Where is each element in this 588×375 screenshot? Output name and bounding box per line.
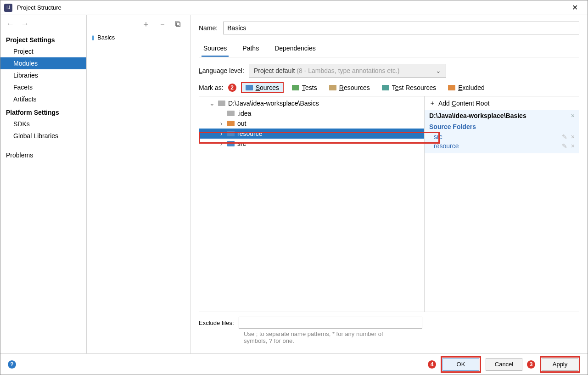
source-folder-item[interactable]: resource ✎× [425,141,579,151]
tree-label: src [237,140,246,147]
apply-button[interactable]: Apply [542,358,578,371]
nav-global-libraries[interactable]: Global Libraries [0,130,86,142]
exclude-input[interactable] [239,317,422,329]
title-bar: IJ Project Structure ✕ [0,0,588,15]
folder-icon [227,141,235,146]
tab-dependencies[interactable]: Dependencies [273,42,318,57]
window-title: Project Structure [17,4,566,11]
module-tabs: Sources Paths Dependencies [199,42,579,57]
ok-button[interactable]: OK [442,358,479,371]
tree-item-src[interactable]: › src [199,139,424,149]
mark-as-row: Mark as: 2 Sources Tests Resources Test … [199,82,579,93]
mark-resources-button[interactable]: Resources [325,83,374,92]
remove-icon[interactable]: × [571,133,575,140]
content-root-path[interactable]: D:\Java\idea-worksplace\Basics × [425,110,579,121]
annotation-3: 3 [527,360,535,369]
folder-icon [227,131,235,136]
exclude-label: Exclude files: [199,319,234,326]
folder-icon [448,85,455,90]
forward-icon[interactable]: → [21,19,29,29]
exclude-section: Exclude files: Use ; to separate name pa… [199,312,579,353]
sidebar: ← → Project Settings Project Modules Lib… [0,15,87,353]
plus-icon: ＋ [429,99,436,107]
app-icon: IJ [4,4,12,12]
close-icon[interactable]: ✕ [566,3,584,12]
exclude-hint: Use ; to separate name patterns, * for a… [199,329,401,349]
help-icon[interactable]: ? [8,360,16,369]
module-editor: Name: Sources Paths Dependencies Languag… [190,15,588,353]
language-level-hint: (8 - Lambdas, type annotations etc.) [297,67,399,74]
nav-modules[interactable]: Modules [0,57,86,69]
nav-sdks[interactable]: SDKs [0,118,86,130]
nav-artifacts[interactable]: Artifacts [0,93,86,105]
tree-label: D:\Java\idea-worksplace\Basics [228,100,319,107]
source-folders-header: Source Folders [425,121,579,132]
tree-item-idea[interactable]: .idea [199,108,424,118]
nav-project[interactable]: Project [0,45,86,57]
edit-icon[interactable]: ✎ [562,133,567,140]
expand-icon[interactable]: › [218,120,224,127]
mark-sources-button[interactable]: Sources [241,82,284,93]
folder-icon [329,85,336,90]
tree-item-resource[interactable]: › resource [199,129,424,139]
folder-icon [246,85,253,90]
folder-icon [382,85,389,90]
add-icon[interactable]: ＋ [142,18,150,29]
language-level-value: Project default [254,67,295,74]
annotation-2: 2 [228,84,236,92]
name-label: Name: [199,24,218,32]
remove-icon[interactable]: × [571,142,575,150]
mark-tests-button[interactable]: Tests [288,83,321,92]
mark-test-resources-button[interactable]: Test Resources [378,83,440,92]
collapse-icon[interactable]: ⌄ [209,100,215,107]
chevron-down-icon: ⌄ [436,67,441,74]
remove-icon[interactable]: － [158,18,167,29]
module-list-panel: ＋ － ⧉ ▮ Basics [87,15,190,353]
folder-icon [227,111,235,116]
nav-problems[interactable]: Problems [0,149,86,161]
tree-item-out[interactable]: › out [199,118,424,129]
add-content-root[interactable]: ＋ Add Content Root [425,96,579,110]
back-icon[interactable]: ← [6,19,14,29]
module-icon: ▮ [91,34,95,41]
nav-history: ← → [0,15,86,33]
expand-icon[interactable]: › [218,130,224,137]
source-folder-item[interactable]: src ✎× [425,132,579,141]
module-label: Basics [97,34,115,41]
nav-facets[interactable]: Facets [0,81,86,93]
tree-label: .idea [237,110,251,117]
folder-icon [292,85,299,90]
mark-excluded-button[interactable]: Excluded [444,83,488,92]
name-input[interactable] [223,22,579,34]
language-level-label: Language level: [199,67,244,74]
dialog-footer: ? 4 OK Cancel 3 Apply [0,353,588,375]
nav-libraries[interactable]: Libraries [0,69,86,81]
section-platform-settings: Platform Settings [0,105,86,118]
copy-icon[interactable]: ⧉ [175,19,181,29]
section-project-settings: Project Settings [0,33,86,45]
module-item[interactable]: ▮ Basics [87,33,190,42]
tree-label: resource [237,130,262,137]
tab-sources[interactable]: Sources [202,42,229,57]
expand-icon[interactable]: › [218,140,224,147]
cancel-button[interactable]: Cancel [486,358,522,371]
annotation-4: 4 [428,360,436,369]
remove-content-root-icon[interactable]: × [571,112,575,119]
source-tree: ⌄ D:\Java\idea-worksplace\Basics .idea ›… [199,96,424,312]
content-root-panel: ＋ Add Content Root D:\Java\idea-workspla… [424,96,579,312]
tab-paths[interactable]: Paths [241,42,261,57]
tree-label: out [237,120,246,127]
tree-root[interactable]: ⌄ D:\Java\idea-worksplace\Basics [199,98,424,108]
language-level-select[interactable]: Project default (8 - Lambdas, type annot… [249,64,446,78]
edit-icon[interactable]: ✎ [562,142,567,150]
folder-icon [218,101,225,106]
folder-icon [227,121,235,126]
mark-as-label: Mark as: [199,84,224,91]
